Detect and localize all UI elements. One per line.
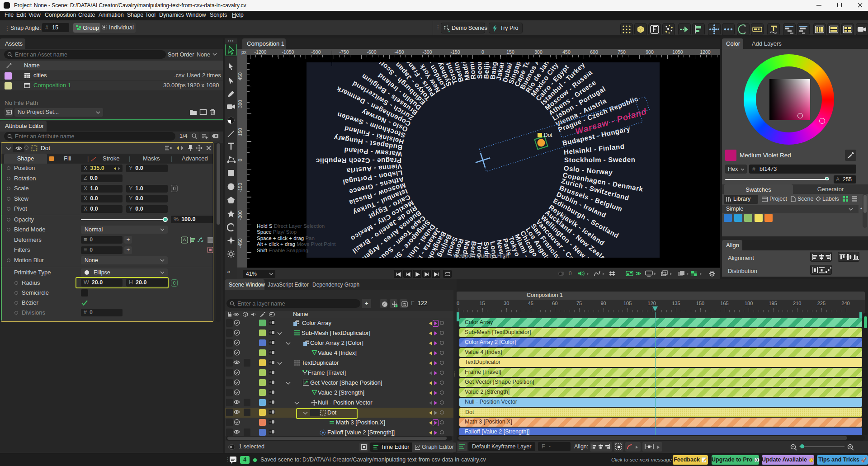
- svg-text:Dot: Dot: [544, 132, 552, 138]
